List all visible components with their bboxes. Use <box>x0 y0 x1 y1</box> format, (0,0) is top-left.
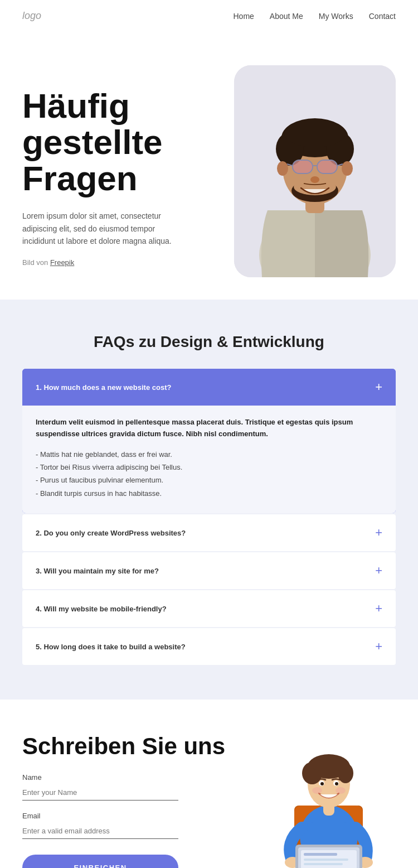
hero-text: Häufig gestellte Fragen Lorem ipsum dolo… <box>22 65 223 267</box>
hero-credit-link[interactable]: Freepik <box>50 258 74 267</box>
navigation: logo Home About Me My Works Contact <box>0 0 418 32</box>
faq-question-text-1: 1. How much does a new website cost? <box>36 383 171 392</box>
hero-description: Lorem ipsum dolor sit amet, consectetur … <box>22 210 189 247</box>
logo: logo <box>22 10 41 22</box>
svg-rect-37 <box>304 863 343 865</box>
faq-answer-bold-1: Interdum velit euismod in pellentesque m… <box>36 417 382 440</box>
svg-point-12 <box>342 161 353 176</box>
email-input[interactable] <box>22 823 178 839</box>
svg-rect-18 <box>293 161 312 173</box>
faq-question-text-5: 5. How long does it take to build a webs… <box>36 643 186 651</box>
svg-point-11 <box>277 161 288 176</box>
name-label: Name <box>22 773 251 782</box>
faq-question-text-2: 2. Do you only create WordPress websites… <box>36 529 186 537</box>
faq-section-title: FAQs zu Design & Entwicklung <box>22 333 396 351</box>
submit-button[interactable]: EINREICHEN <box>22 855 178 868</box>
contact-form-wrap: Schreiben Sie uns Name Email EINREICHEN … <box>22 733 251 868</box>
faq-question-3[interactable]: 3. Will you maintain my site for me? + <box>22 552 396 589</box>
svg-rect-35 <box>304 853 337 856</box>
svg-point-48 <box>335 782 338 785</box>
svg-point-44 <box>309 755 348 772</box>
contact-section: Schreiben Sie uns Name Email EINREICHEN … <box>0 700 418 868</box>
faq-item-5: 5. How long does it take to build a webs… <box>22 628 396 665</box>
faq-question-5[interactable]: 5. How long does it take to build a webs… <box>22 628 396 665</box>
svg-rect-36 <box>304 859 348 861</box>
faq-plus-icon-3: + <box>375 565 382 577</box>
faq-plus-icon-5: + <box>375 640 382 653</box>
faq-item-3: 3. Will you maintain my site for me? + <box>22 552 396 589</box>
faq-question-text-3: 3. Will you maintain my site for me? <box>36 567 159 575</box>
faq-plus-icon-2: + <box>375 527 382 539</box>
hero-image <box>234 65 396 277</box>
name-input[interactable] <box>22 785 178 801</box>
faq-section: FAQs zu Design & Entwicklung 1. How much… <box>0 300 418 700</box>
svg-point-49 <box>312 787 322 794</box>
faq-item-2: 2. Do you only create WordPress websites… <box>22 514 396 551</box>
list-item: Mattis hat nie geblandet, dass er frei w… <box>36 448 382 461</box>
svg-point-47 <box>320 782 324 785</box>
faq-question-text-4: 4. Will my website be mobile-friendly? <box>36 605 167 613</box>
svg-rect-19 <box>318 161 337 173</box>
email-label: Email <box>22 812 251 820</box>
faq-plus-icon-4: + <box>375 602 382 615</box>
email-form-group: Email <box>22 812 251 839</box>
faq-answer-list-1: Mattis hat nie geblandet, dass er frei w… <box>36 448 382 500</box>
hero-title: Häufig gestellte Fragen <box>22 88 223 196</box>
contact-illustration <box>262 733 396 868</box>
faq-item-1: 1. How much does a new website cost? + I… <box>22 369 396 513</box>
nav-contact[interactable]: Contact <box>369 12 396 21</box>
name-form-group: Name <box>22 773 251 801</box>
faq-answer-1: Interdum velit euismod in pellentesque m… <box>22 406 396 513</box>
hero-person-illustration <box>234 65 396 277</box>
svg-point-8 <box>284 119 346 147</box>
svg-point-20 <box>310 176 319 183</box>
nav-links: Home About Me My Works Contact <box>233 11 396 21</box>
list-item: Blandit turpis cursus in hac habitasse. <box>36 487 382 500</box>
svg-point-50 <box>336 787 346 794</box>
nav-works[interactable]: My Works <box>319 12 353 21</box>
hero-section: Häufig gestellte Fragen Lorem ipsum dolo… <box>0 32 418 300</box>
nav-about[interactable]: About Me <box>270 12 303 21</box>
contact-title: Schreiben Sie uns <box>22 733 251 760</box>
list-item: Purus ut faucibus pulvinar elementum. <box>36 474 382 486</box>
nav-home[interactable]: Home <box>233 12 254 21</box>
faq-question-2[interactable]: 2. Do you only create WordPress websites… <box>22 514 396 551</box>
contact-person-svg <box>268 733 390 868</box>
faq-plus-icon-1: + <box>375 381 382 393</box>
faq-question-4[interactable]: 4. Will my website be mobile-friendly? + <box>22 590 396 627</box>
faq-item-4: 4. Will my website be mobile-friendly? + <box>22 590 396 627</box>
list-item: Tortor bei Risus viverra adipiscing bei … <box>36 461 382 474</box>
faq-question-1[interactable]: 1. How much does a new website cost? + <box>22 369 396 406</box>
hero-credit: Bild von Freepik <box>22 258 223 267</box>
